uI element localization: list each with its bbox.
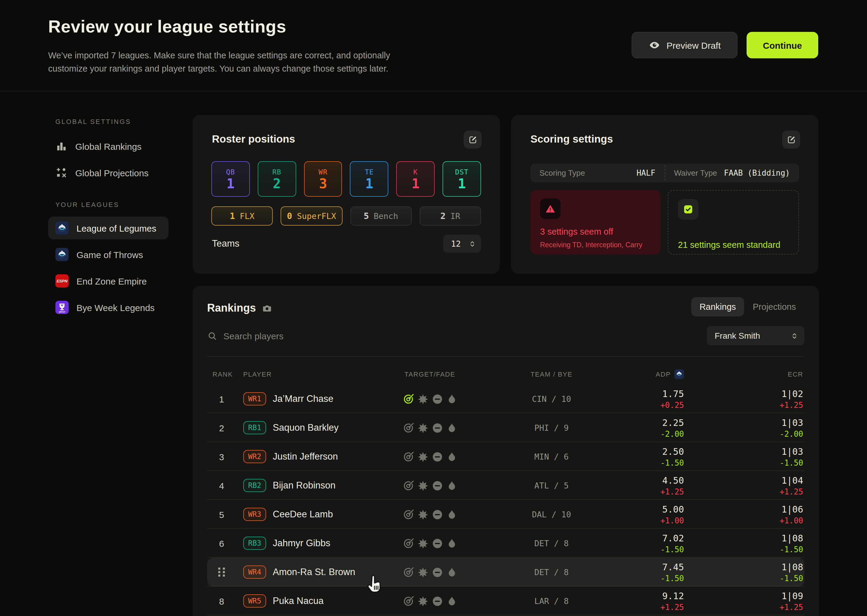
table-row[interactable]: 1 WR1 Ja’Marr Chase CIN / 10 1.75 +0.25 [207,384,804,413]
slot-chip-flx[interactable]: 1 FLX [211,206,273,226]
adp-cell: 2.25 -2.00 [643,417,684,438]
minus-circle-icon[interactable] [431,537,443,550]
checkbox-icon [683,204,694,215]
minus-circle-icon[interactable] [431,421,443,434]
slot-chip-bench[interactable]: 5 Bench [350,206,412,226]
target-icon[interactable] [402,421,415,434]
tab-rankings[interactable]: Rankings [691,297,744,316]
target-icon[interactable] [402,595,415,607]
scoring-type: Scoring Type HALF [530,163,664,182]
player-name: Ja’Marr Chase [273,393,334,404]
scoring-type-value: HALF [637,168,655,178]
minus-circle-icon[interactable] [431,595,443,607]
minus-circle-icon[interactable] [431,450,443,463]
flame-icon[interactable] [445,421,458,434]
team-bye: CIN / 10 [460,394,643,404]
table-row[interactable]: 8 WR5 Puka Nacua LAR / 8 9.12 +1.25 [207,586,804,615]
table-row[interactable]: 4 RB2 Bijan Robinson ATL / 5 4.50 +1.25 [207,471,804,500]
target-icon[interactable] [402,537,415,550]
sidebar-item-game-of-throws[interactable]: Game of Throws [48,241,169,268]
burst-icon[interactable] [416,537,429,550]
position-tile-te[interactable]: TE 1 [350,161,389,197]
flame-icon[interactable] [445,508,458,521]
app-root: Review your league settings We’ve import… [0,0,867,616]
sleeper-icon [674,369,684,379]
table-row[interactable]: 6 RB3 Jahmyr Gibbs DET / 8 7.02 -1.50 [207,529,804,558]
adp-cell: 4.50 +1.25 [643,475,684,496]
burst-icon[interactable] [416,393,429,405]
table-row[interactable]: 5 WR3 CeeDee Lamb DAL / 10 5.00 +1.00 [207,500,804,529]
flame-icon[interactable] [445,595,458,607]
ranker-select[interactable]: Frank Smith [707,326,804,345]
settings-standard-box[interactable]: 21 settings seem standard [668,190,799,255]
continue-button[interactable]: Continue [747,32,818,58]
burst-icon[interactable] [416,508,429,521]
burst-icon[interactable] [416,479,429,492]
target-fade-actions [400,421,460,434]
position-tile-dst[interactable]: DST 1 [443,161,481,197]
target-icon[interactable] [402,450,415,463]
adp-cell: 7.02 -1.50 [643,533,684,554]
team-bye: ATL / 5 [460,481,643,490]
position-tiles: QB 1 RB 2 WR 3 TE 1 K 1 DST 1 [211,161,481,197]
player-cell: WR4 Amon-Ra St. Brown [236,566,400,579]
position-tile-k[interactable]: K 1 [396,161,435,197]
scoring-type-row: Scoring Type HALF Waiver Type FAAB (Bidd… [530,163,799,182]
minus-circle-icon[interactable] [431,479,443,492]
drag-dots-icon [218,567,226,577]
team-bye: MIN / 6 [460,452,643,461]
table-row-hovered[interactable]: WR4 Amon-Ra St. Brown DET / 8 7.45 -1.50… [207,558,804,586]
flame-icon[interactable] [445,393,458,405]
teams-stepper[interactable]: 12 [443,235,481,253]
burst-icon[interactable] [416,595,429,607]
slot-chip-ir[interactable]: 2 IR [420,206,481,226]
burst-icon[interactable] [416,450,429,463]
ecr-cell: 1|03 -1.50 [684,446,804,467]
ecr-cell: 1|02 +1.25 [684,388,804,409]
adp-cell: 7.45 -1.50 [643,561,684,583]
adp-cell: 2.50 -1.50 [643,446,684,467]
flame-icon[interactable] [445,566,458,578]
position-tile-wr[interactable]: WR 3 [304,161,342,197]
sidebar-item-league-of-legumes[interactable]: League of Legumes [48,217,169,239]
minus-circle-icon[interactable] [431,393,443,405]
slot-chip-superflx[interactable]: 0 SuperFLX [281,206,342,226]
tab-projections[interactable]: Projections [744,297,804,316]
scoring-settings-card: Scoring settings Scoring Type HALF Waive… [511,115,818,274]
burst-icon[interactable] [416,566,429,578]
teams-label: Teams [212,238,239,249]
flame-icon[interactable] [445,450,458,463]
sidebar-item-end-zone-empire[interactable]: End Zone Empire [48,268,169,294]
minus-circle-icon[interactable] [431,566,443,578]
minus-circle-icon[interactable] [431,508,443,521]
sidebar: GLOBAL SETTINGS Global Rankings Global P… [48,91,169,609]
camera-icon[interactable] [262,303,272,313]
settings-off-detail: Receiving TD, Interception, Carry [540,241,642,248]
drag-handle[interactable] [207,567,236,577]
flame-icon[interactable] [445,537,458,550]
table-row[interactable]: 2 RB1 Saquon Barkley PHI / 9 2.25 -2.00 [207,413,804,442]
player-name: Amon-Ra St. Brown [273,567,355,577]
square-pen-icon [786,134,796,145]
burst-icon[interactable] [416,421,429,434]
settings-off-box[interactable]: 3 settings seem off Receiving TD, Interc… [530,190,660,255]
position-badge: RB2 [243,479,266,492]
target-icon[interactable] [402,508,415,521]
waiver-type: Waiver Type FAAB (Bidding) [665,163,799,182]
player-rank: 6 [207,538,236,548]
target-icon[interactable] [402,566,415,578]
table-row[interactable]: 3 WR2 Justin Jefferson MIN / 6 2.50 -1.5… [207,442,804,471]
preview-draft-button[interactable]: Preview Draft [632,32,738,58]
position-tile-rb[interactable]: RB 2 [258,161,296,197]
position-tile-qb[interactable]: QB 1 [211,161,250,197]
sidebar-item-global-rankings[interactable]: Global Rankings [48,133,169,159]
flame-icon[interactable] [445,479,458,492]
target-icon[interactable] [402,479,415,492]
search-input[interactable] [223,330,701,341]
sidebar-item-global-projections[interactable]: Global Projections [48,159,169,186]
sidebar-item-bye-week-legends[interactable]: Bye Week Legends [48,294,169,321]
edit-roster-button[interactable] [463,130,482,149]
edit-scoring-button[interactable] [782,130,800,149]
player-name: Jahmyr Gibbs [273,538,330,548]
target-icon[interactable] [402,393,415,405]
